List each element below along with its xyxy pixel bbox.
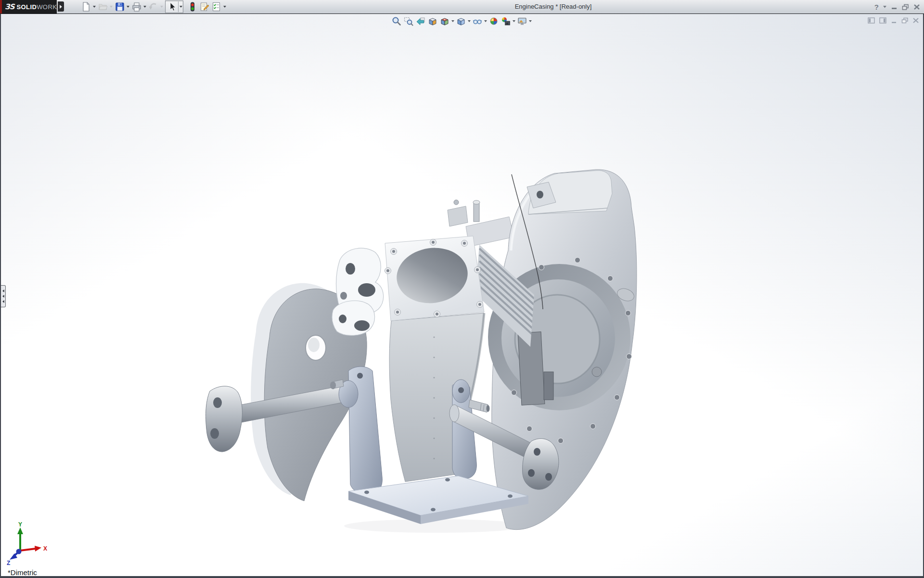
monitor-icon (517, 16, 527, 26)
printer-icon (131, 1, 142, 13)
view-settings-button[interactable] (516, 15, 528, 27)
doc-minimize-icon (891, 17, 898, 24)
zoom-to-fit-button[interactable] (390, 15, 402, 27)
triad-x-label: X (43, 545, 47, 552)
help-dropdown-icon (883, 5, 887, 8)
print-dropdown[interactable] (142, 1, 147, 13)
restore-icon (902, 4, 909, 10)
undo-arrow-icon (148, 1, 159, 13)
new-document-button[interactable] (80, 1, 92, 13)
file-properties-button[interactable] (198, 1, 210, 13)
doc-restore-button[interactable] (901, 17, 909, 24)
collapse-arrow-icon (2, 300, 4, 303)
solidworks-logo-icon: ЗS (5, 2, 14, 11)
orientation-cube-icon (439, 16, 450, 26)
save-button[interactable] (114, 1, 126, 13)
shaded-cube-icon (456, 16, 466, 26)
open-folder-icon (97, 1, 109, 13)
hide-show-items-button[interactable] (471, 15, 483, 27)
triad-y-label: Y (18, 521, 22, 528)
doc-minimize-button[interactable] (891, 17, 898, 24)
apply-scene-dropdown[interactable] (512, 15, 516, 27)
close-icon (913, 4, 920, 10)
main-toolbar (80, 0, 227, 13)
doc-restore-icon (901, 17, 909, 24)
select-button[interactable] (166, 1, 178, 13)
help-icon: ? (874, 3, 879, 11)
hide-show-items-dropdown[interactable] (483, 15, 488, 27)
scene-ball-icon (500, 16, 511, 26)
edit-appearance-button[interactable] (488, 15, 500, 27)
new-dropdown[interactable] (92, 1, 97, 13)
zoom-to-area-button[interactable] (402, 15, 414, 27)
menu-expand-tab[interactable] (58, 1, 64, 12)
minimize-button[interactable] (891, 4, 898, 10)
save-dropdown[interactable] (126, 1, 130, 13)
collapse-arrow-icon (2, 289, 4, 292)
rebuild-button[interactable] (186, 1, 198, 13)
section-view-button[interactable] (426, 15, 438, 27)
options-button[interactable] (210, 1, 222, 13)
triad-z-label: Z (7, 560, 10, 566)
solidworks-logo: ЗS SOLIDWORKS (0, 0, 57, 13)
undo-dropdown[interactable] (159, 1, 164, 13)
display-style-dropdown[interactable] (467, 15, 471, 27)
heads-up-toolbar (390, 15, 532, 27)
doc-close-button[interactable] (912, 17, 919, 24)
save-floppy-icon (114, 1, 126, 13)
traffic-light-icon (187, 1, 198, 13)
expand-arrow-icon (60, 5, 62, 9)
previous-view-button[interactable] (414, 15, 426, 27)
section-cube-icon (427, 16, 438, 26)
help-button[interactable]: ? (874, 3, 879, 11)
apply-scene-button[interactable] (500, 15, 512, 27)
feature-pane-expand-tab[interactable] (1, 285, 6, 307)
undo-button[interactable] (147, 1, 159, 13)
close-button[interactable] (913, 4, 920, 10)
brand-text-bold: SOLID (16, 3, 37, 11)
open-dropdown[interactable] (109, 1, 114, 13)
restore-button[interactable] (902, 4, 909, 10)
color-ball-icon (488, 16, 499, 26)
magnifier-icon (391, 16, 402, 26)
doc-close-icon (912, 17, 919, 24)
solidworks-window: ЗS SOLIDWORKS (0, 0, 924, 578)
back-arrow-icon (415, 16, 426, 26)
eyeglasses-icon (472, 16, 483, 26)
graphics-area[interactable]: Y X Z *Dimetric (1, 14, 923, 576)
pane-toggle-left-icon (868, 17, 875, 24)
engine-casing-model (1, 14, 923, 576)
pane-toggle-left[interactable] (868, 17, 875, 24)
cursor-icon (166, 1, 178, 13)
checklist-icon (211, 1, 222, 13)
open-button[interactable] (97, 1, 109, 13)
document-window-controls (868, 17, 919, 24)
pane-toggle-right-icon (879, 17, 887, 24)
select-dropdown[interactable] (178, 1, 183, 12)
view-orientation-button[interactable] (438, 15, 450, 27)
note-pencil-icon (199, 1, 210, 13)
pane-toggle-right[interactable] (879, 17, 887, 24)
orientation-label: *Dimetric (8, 568, 37, 576)
view-settings-dropdown[interactable] (528, 15, 532, 27)
print-button[interactable] (130, 1, 142, 13)
window-controls: ? (874, 0, 920, 13)
minimize-icon (891, 4, 898, 10)
window-title: EngineCasing * [Read-only] (224, 0, 883, 13)
view-orientation-dropdown[interactable] (450, 15, 455, 27)
help-dropdown[interactable] (883, 5, 887, 8)
select-tool-group (165, 0, 183, 13)
reference-triad: Y X Z (6, 521, 59, 569)
titlebar: ЗS SOLIDWORKS (0, 0, 924, 14)
display-style-button[interactable] (455, 15, 467, 27)
collapse-arrow-icon (2, 295, 4, 298)
new-document-icon (80, 1, 92, 13)
magnifier-area-icon (403, 16, 414, 26)
